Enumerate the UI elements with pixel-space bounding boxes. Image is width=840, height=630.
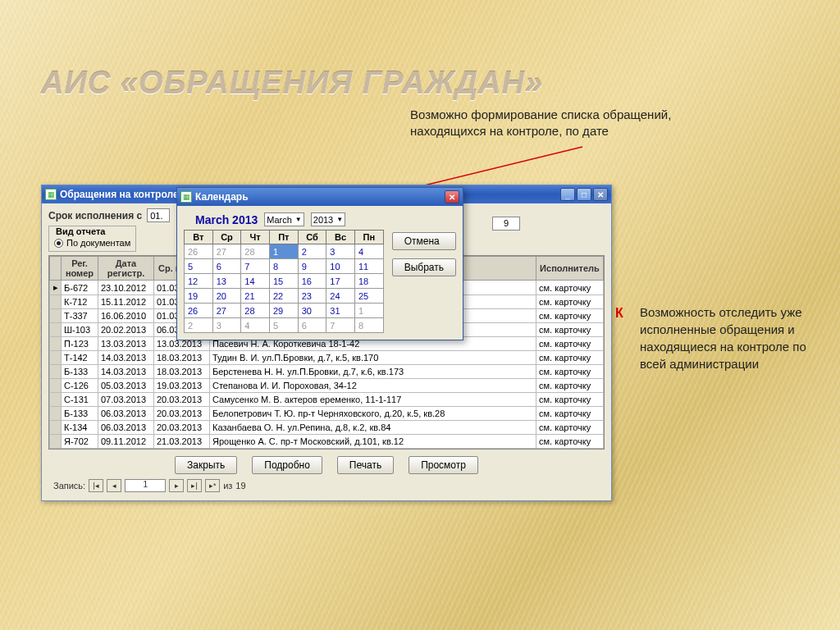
- radio-dot-icon: [54, 239, 63, 248]
- calendar-day[interactable]: 23: [298, 289, 326, 304]
- calendar-day[interactable]: 29: [269, 304, 298, 318]
- calendar-day[interactable]: 11: [354, 259, 383, 274]
- close-form-button[interactable]: Закрыть: [175, 456, 237, 474]
- calendar-day[interactable]: 27: [212, 304, 241, 318]
- calendar-day[interactable]: 22: [269, 289, 298, 304]
- calendar-day[interactable]: 3: [212, 318, 241, 333]
- calendar-day[interactable]: 2: [185, 318, 213, 333]
- weekday-header: Ср: [212, 231, 241, 244]
- srok-label: Срок исполнения с: [48, 210, 142, 221]
- radio-by-documents[interactable]: По документам: [54, 238, 130, 248]
- nav-last[interactable]: ▸|: [187, 479, 202, 492]
- table-row[interactable]: Б-13314.03.201318.03.2013Берстенева Н. Н…: [50, 365, 604, 379]
- calendar-day[interactable]: 5: [269, 318, 298, 333]
- table-row[interactable]: С-13107.03.201320.03.2013Самусенко М. В.…: [50, 393, 604, 407]
- caption-top: Возможно формирование списка обращений, …: [410, 107, 697, 140]
- calendar-day[interactable]: 1: [269, 244, 298, 259]
- weekday-header: Вс: [326, 231, 355, 244]
- calendar-day[interactable]: 26: [185, 304, 213, 318]
- slide-title: АИС «ОБРАЩЕНИЯ ГРАЖДАН»: [41, 66, 543, 101]
- calendar-day[interactable]: 20: [212, 289, 241, 304]
- calendar-day[interactable]: 19: [185, 289, 213, 304]
- detail-button[interactable]: Подробно: [252, 456, 322, 474]
- report-type-group: Вид отчета По документам: [48, 226, 136, 252]
- calendar-grid[interactable]: ВтСрЧтПтСбВсПн 2627281234567891011121314…: [184, 230, 384, 333]
- nav-position[interactable]: 1: [125, 479, 166, 492]
- form-icon: ▦: [45, 189, 57, 200]
- calendar-day[interactable]: 14: [241, 274, 270, 289]
- month-select[interactable]: March: [264, 212, 304, 226]
- weekday-header: Сб: [298, 231, 326, 244]
- nav-new[interactable]: ▸*: [205, 479, 220, 492]
- col-reg[interactable]: Рег. номер: [62, 257, 98, 281]
- calendar-day[interactable]: 18: [354, 274, 383, 289]
- calendar-day[interactable]: 12: [185, 274, 213, 289]
- calendar-dialog: ▦ Календарь ✕ March 2013 March 2013 ВтСр…: [176, 187, 463, 340]
- table-row[interactable]: Б-13306.03.201320.03.2013Белопетрович Т.…: [50, 407, 604, 421]
- marker-k: К: [615, 306, 623, 321]
- table-row[interactable]: К-13406.03.201320.03.2013Казанбаева О. Н…: [50, 421, 604, 435]
- table-row[interactable]: Я-70209.11.201221.03.2013Ярощенко А. С. …: [50, 435, 604, 449]
- table-row[interactable]: Т-14214.03.201318.03.2013Тудин В. И. ул.…: [50, 351, 604, 365]
- record-navigator: Запись: |◂ ◂ 1 ▸ ▸| ▸* из 19: [48, 477, 605, 494]
- nav-total: 19: [235, 481, 245, 491]
- nav-of-label: из: [223, 481, 232, 491]
- calendar-day[interactable]: 4: [241, 318, 270, 333]
- minimize-button[interactable]: _: [560, 188, 575, 201]
- calendar-day[interactable]: 25: [354, 289, 383, 304]
- calendar-day[interactable]: 9: [298, 259, 326, 274]
- calendar-day[interactable]: 7: [241, 259, 270, 274]
- calendar-day[interactable]: 28: [241, 304, 270, 318]
- calendar-close-button[interactable]: ✕: [445, 190, 459, 203]
- calendar-day[interactable]: 1: [354, 304, 383, 318]
- calendar-day[interactable]: 17: [326, 274, 355, 289]
- calendar-day[interactable]: 8: [269, 259, 298, 274]
- calendar-day[interactable]: 31: [326, 304, 355, 318]
- calendar-day[interactable]: 30: [298, 304, 326, 318]
- nav-first[interactable]: |◂: [89, 479, 103, 492]
- month-title: March 2013: [195, 213, 258, 226]
- col-exec[interactable]: Исполнитель: [536, 257, 604, 281]
- calendar-day[interactable]: 6: [212, 259, 241, 274]
- calendar-day[interactable]: 24: [326, 289, 355, 304]
- radio-label: По документам: [66, 238, 130, 248]
- calendar-day[interactable]: 7: [326, 318, 355, 333]
- nav-next[interactable]: ▸: [169, 479, 184, 492]
- calendar-day[interactable]: 28: [241, 244, 270, 259]
- col-date[interactable]: Дата регистр.: [98, 257, 154, 281]
- calendar-day[interactable]: 16: [298, 274, 326, 289]
- maximize-button[interactable]: □: [577, 188, 591, 201]
- weekday-header: Вт: [185, 231, 213, 244]
- calendar-day[interactable]: 15: [269, 274, 298, 289]
- count-badge: 9: [492, 217, 520, 231]
- close-button[interactable]: ✕: [593, 188, 608, 201]
- calendar-title: Календарь: [195, 191, 445, 203]
- select-button[interactable]: Выбрать: [392, 258, 456, 276]
- calendar-day[interactable]: 2: [298, 244, 326, 259]
- date-from-field[interactable]: 01.: [147, 208, 170, 222]
- calendar-day[interactable]: 3: [326, 244, 355, 259]
- calendar-day[interactable]: 21: [241, 289, 270, 304]
- print-button[interactable]: Печать: [337, 456, 394, 474]
- calendar-day[interactable]: 10: [326, 259, 355, 274]
- cancel-button[interactable]: Отмена: [392, 232, 456, 250]
- calendar-day[interactable]: 4: [354, 244, 383, 259]
- calendar-day[interactable]: 8: [354, 318, 383, 333]
- preview-button[interactable]: Просмотр: [409, 456, 478, 474]
- calendar-day[interactable]: 27: [212, 244, 241, 259]
- calendar-icon: ▦: [180, 191, 192, 203]
- calendar-titlebar[interactable]: ▦ Календарь ✕: [177, 188, 463, 206]
- weekday-header: Пт: [269, 231, 298, 244]
- calendar-day[interactable]: 26: [185, 244, 213, 259]
- caption-right: Возможность отследить уже исполненные об…: [640, 304, 820, 372]
- report-type-label: Вид отчета: [54, 226, 107, 236]
- calendar-day[interactable]: 13: [212, 274, 241, 289]
- nav-prev[interactable]: ◂: [107, 479, 121, 492]
- calendar-day[interactable]: 6: [298, 318, 326, 333]
- table-row[interactable]: С-12605.03.201319.03.2013Степанова И. И.…: [50, 379, 604, 393]
- weekday-header: Чт: [241, 231, 270, 244]
- weekday-header: Пн: [354, 231, 383, 244]
- record-label: Запись:: [53, 481, 85, 491]
- year-select[interactable]: 2013: [311, 212, 345, 226]
- calendar-day[interactable]: 5: [185, 259, 213, 274]
